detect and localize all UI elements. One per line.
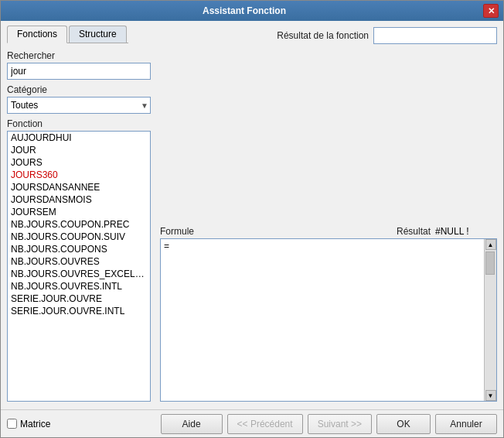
ok-button[interactable]: OK [376, 414, 431, 434]
formula-result-row: Formule Résultat #NULL ! [160, 226, 497, 237]
list-item[interactable]: SERIE.JOUR.OUVRE.INTL [8, 305, 150, 317]
tab-structure[interactable]: Structure [69, 26, 127, 43]
list-item[interactable]: JOURSDANSMOIS [8, 193, 150, 206]
main-row: Rechercher Catégorie Toutes Financières … [7, 47, 497, 405]
list-item[interactable]: NB.JOURS.COUPONS [8, 243, 150, 255]
rechercher-label: Rechercher [7, 50, 151, 61]
scroll-up-button[interactable]: ▲ [485, 239, 496, 250]
suivant-button[interactable]: Suivant >> [308, 414, 372, 434]
title-bar: Assistant Fonction ✕ [1, 1, 503, 21]
list-item[interactable]: NB.JOURS.OUVRES.INTL [8, 280, 150, 293]
list-item[interactable]: JOUR [8, 144, 150, 156]
list-item[interactable]: NB.JOURS.OUVRES_EXCEL2003 [8, 268, 150, 280]
list-item[interactable]: JOURS [8, 156, 150, 169]
result-de-fonction-input[interactable] [373, 27, 497, 44]
scroll-thumb[interactable] [485, 252, 495, 275]
categorie-select-wrapper: Toutes Financières Mathématiques Statist… [7, 97, 151, 114]
list-item[interactable]: JOURSEM [8, 206, 150, 218]
result-de-fonction-row: Résultat de la fonction [277, 27, 497, 44]
matrice-label: Matrice [20, 419, 50, 429]
formule-label: Formule [160, 226, 194, 237]
list-item[interactable]: NB.JOURS.COUPON.PREC [8, 218, 150, 231]
formula-textarea[interactable]: = [161, 239, 484, 401]
categorie-label: Catégorie [7, 84, 151, 95]
list-item[interactable]: JOURS360 [8, 169, 150, 181]
scroll-track [485, 250, 496, 390]
scroll-down-button[interactable]: ▼ [485, 390, 496, 401]
formula-scrollbar: ▲ ▼ [484, 239, 496, 401]
matrice-checkbox-label[interactable]: Matrice [7, 419, 50, 429]
left-panel: Rechercher Catégorie Toutes Financières … [7, 47, 154, 405]
function-list[interactable]: AUJOURDHUIJOURJOURSJOURS360JOURSDANSANNE… [7, 131, 151, 402]
matrice-checkbox[interactable] [7, 419, 17, 429]
close-button[interactable]: ✕ [483, 4, 499, 18]
list-item[interactable]: JOURSDANSANNEE [8, 181, 150, 193]
right-panel-spacer [160, 50, 497, 226]
formula-textarea-container: = ▲ ▼ [160, 238, 497, 402]
right-panel: Formule Résultat #NULL ! = ▲ ▼ [154, 47, 497, 405]
fonction-label: Fonction [7, 118, 151, 129]
list-item[interactable]: NB.JOURS.OUVRES [8, 255, 150, 268]
result-de-fonction-label: Résultat de la fonction [277, 30, 369, 41]
window-title: Assistant Fonction [5, 5, 483, 16]
formula-area: Formule Résultat #NULL ! = ▲ ▼ [160, 226, 497, 402]
tab-fonctions[interactable]: Fonctions [7, 26, 67, 43]
tabs-row: Fonctions Structure [7, 26, 128, 43]
button-row: Matrice Aide << Précédent Suivant >> OK … [1, 409, 503, 437]
resultat-value: #NULL ! [435, 226, 497, 237]
content-area: Fonctions Structure Résultat de la fonct… [1, 21, 503, 409]
categorie-select[interactable]: Toutes Financières Mathématiques Statist… [8, 98, 150, 113]
rechercher-input[interactable] [7, 63, 151, 80]
precedent-button[interactable]: << Précédent [227, 414, 303, 434]
annuler-button[interactable]: Annuler [435, 414, 497, 434]
list-item[interactable]: AUJOURDHUI [8, 132, 150, 144]
aide-button[interactable]: Aide [161, 414, 223, 434]
list-item[interactable]: NB.JOURS.COUPON.SUIV [8, 231, 150, 243]
list-item[interactable]: SERIE.JOUR.OUVRE [8, 293, 150, 305]
dialog-window: Assistant Fonction ✕ Fonctions Structure… [0, 0, 504, 438]
resultat-label: Résultat [397, 226, 431, 237]
